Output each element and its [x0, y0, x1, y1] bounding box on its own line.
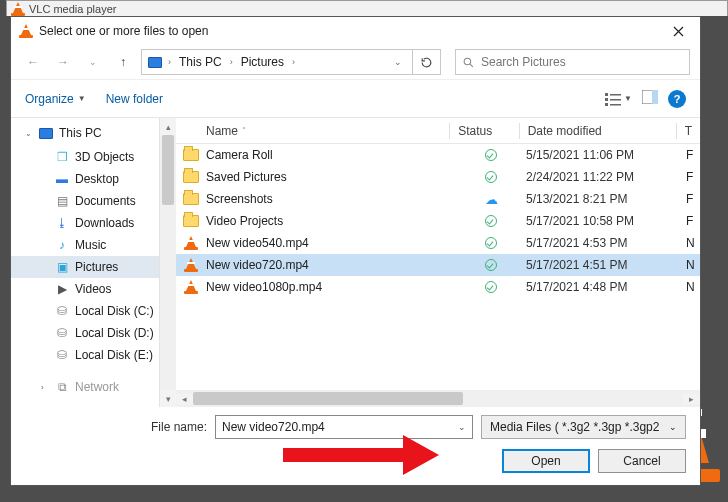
scroll-right-icon[interactable]: ▸: [683, 394, 700, 404]
sidebar-item-local-disk-e-[interactable]: ⛁Local Disk (E:): [11, 344, 176, 366]
breadcrumb-pictures[interactable]: Pictures: [237, 55, 288, 69]
scrollbar-thumb[interactable]: [162, 135, 174, 205]
pc-icon: [39, 128, 53, 139]
sidebar-item-desktop[interactable]: ▬Desktop: [11, 168, 176, 190]
open-file-dialog: Select one or more files to open ← → ⌄ ↑…: [10, 16, 701, 486]
synced-icon: [485, 237, 497, 249]
sidebar-item-3d-objects[interactable]: ❒3D Objects: [11, 146, 176, 168]
sidebar-item-label: Videos: [75, 282, 111, 296]
disk-icon: ⛁: [55, 304, 69, 318]
column-date[interactable]: Date modified: [520, 124, 676, 138]
column-type[interactable]: T: [677, 124, 700, 138]
parent-app-title: VLC media player: [29, 3, 116, 15]
view-options-button[interactable]: ▼: [605, 92, 632, 106]
recent-dropdown-icon[interactable]: ⌄: [81, 50, 105, 74]
preview-pane-icon: [642, 90, 658, 104]
file-list: Camera Roll5/15/2021 11:06 PMFSaved Pict…: [176, 144, 700, 390]
breadcrumb-this-pc[interactable]: This PC: [175, 55, 226, 69]
column-status[interactable]: Status: [450, 124, 519, 138]
preview-pane-button[interactable]: [642, 90, 658, 107]
sidebar-item-this-pc[interactable]: ⌄This PC: [11, 122, 176, 144]
help-button[interactable]: ?: [668, 90, 686, 108]
vlc-icon: [11, 2, 25, 16]
disk-icon: ⛁: [55, 326, 69, 340]
svg-rect-4: [610, 99, 621, 101]
organize-button[interactable]: Organize ▼: [25, 92, 86, 106]
file-row[interactable]: New video1080p.mp45/17/2021 4:48 PMN: [176, 276, 700, 298]
file-type: F: [686, 170, 700, 184]
chevron-down-icon: ⌄: [669, 422, 677, 432]
svg-rect-8: [652, 90, 658, 104]
close-button[interactable]: [656, 17, 700, 45]
sidebar-item-documents[interactable]: ▤Documents: [11, 190, 176, 212]
file-date: 2/24/2021 11:22 PM: [526, 170, 686, 184]
file-row[interactable]: New video540.mp45/17/2021 4:53 PMN: [176, 232, 700, 254]
expand-icon[interactable]: ⌄: [25, 129, 33, 138]
file-row[interactable]: Camera Roll5/15/2021 11:06 PMF: [176, 144, 700, 166]
chevron-right-icon[interactable]: ›: [290, 57, 297, 67]
breadcrumb[interactable]: › This PC › Pictures › ⌄: [141, 49, 413, 75]
synced-icon: [485, 171, 497, 183]
sidebar-scrollbar[interactable]: ▴ ▾: [159, 118, 176, 407]
scroll-down-icon[interactable]: ▾: [160, 390, 176, 407]
file-row[interactable]: Saved Pictures2/24/2021 11:22 PMF: [176, 166, 700, 188]
file-date: 5/17/2021 4:48 PM: [526, 280, 686, 294]
forward-button: →: [51, 50, 75, 74]
sidebar-item-local-disk-d-[interactable]: ⛁Local Disk (D:): [11, 322, 176, 344]
music-icon: ♪: [55, 238, 69, 252]
sidebar-item-downloads[interactable]: ⭳Downloads: [11, 212, 176, 234]
file-pane: Name ˄ Status Date modified T Camera Rol…: [176, 118, 700, 407]
chevron-right-icon[interactable]: ›: [166, 57, 173, 67]
file-date: 5/13/2021 8:21 PM: [526, 192, 686, 206]
scrollbar-thumb[interactable]: [193, 392, 463, 405]
expand-icon[interactable]: ›: [41, 383, 49, 392]
refresh-button[interactable]: [413, 49, 441, 75]
svg-rect-5: [605, 103, 608, 106]
synced-icon: [485, 215, 497, 227]
sidebar-item-label: Music: [75, 238, 106, 252]
file-name: New video540.mp4: [206, 236, 456, 250]
sort-asc-icon: ˄: [242, 126, 246, 135]
sidebar-item-local-disk-c-[interactable]: ⛁Local Disk (C:): [11, 300, 176, 322]
chevron-down-icon[interactable]: ⌄: [388, 57, 408, 67]
file-name: New video720.mp4: [206, 258, 456, 272]
sidebar-item-pictures[interactable]: ▣Pictures: [11, 256, 176, 278]
sidebar-item-music[interactable]: ♪Music: [11, 234, 176, 256]
cloud-icon: ☁: [485, 193, 498, 206]
scroll-up-icon[interactable]: ▴: [160, 118, 176, 135]
folder-icon: [183, 193, 199, 205]
sidebar-item-label: Local Disk (E:): [75, 348, 153, 362]
file-name: Camera Roll: [206, 148, 456, 162]
file-row[interactable]: New video720.mp45/17/2021 4:51 PMN: [176, 254, 700, 276]
file-type-filter[interactable]: Media Files ( *.3g2 *.3gp *.3gp2 ⌄: [481, 415, 686, 439]
chevron-down-icon[interactable]: ⌄: [458, 422, 466, 432]
file-name: New video1080p.mp4: [206, 280, 456, 294]
sidebar-item-label: 3D Objects: [75, 150, 134, 164]
new-folder-button[interactable]: New folder: [106, 92, 163, 106]
chevron-right-icon[interactable]: ›: [228, 57, 235, 67]
refresh-icon: [420, 56, 433, 69]
disk-icon: ⛁: [55, 348, 69, 362]
dialog-title: Select one or more files to open: [39, 24, 208, 38]
cancel-button[interactable]: Cancel: [598, 449, 686, 473]
file-row[interactable]: Screenshots☁5/13/2021 8:21 PMF: [176, 188, 700, 210]
file-name-value: New video720.mp4: [222, 420, 325, 434]
toolbar: Organize ▼ New folder ▼ ?: [11, 79, 700, 117]
folder-icon: [183, 215, 199, 227]
scroll-left-icon[interactable]: ◂: [176, 394, 193, 404]
file-type: N: [686, 258, 700, 272]
sidebar-item-network[interactable]: ›⧉Network: [11, 376, 176, 398]
file-row[interactable]: Video Projects5/17/2021 10:58 PMF: [176, 210, 700, 232]
sidebar-item-label: This PC: [59, 126, 102, 140]
synced-icon: [485, 149, 497, 161]
search-input[interactable]: Search Pictures: [455, 49, 690, 75]
back-button[interactable]: ←: [21, 50, 45, 74]
file-type: F: [686, 192, 700, 206]
column-name[interactable]: Name ˄: [176, 124, 449, 138]
file-date: 5/17/2021 10:58 PM: [526, 214, 686, 228]
svg-rect-6: [610, 104, 621, 106]
file-horizontal-scrollbar[interactable]: ◂ ▸: [176, 390, 700, 407]
sidebar-item-videos[interactable]: ▶Videos: [11, 278, 176, 300]
up-button[interactable]: ↑: [111, 50, 135, 74]
open-button[interactable]: Open: [502, 449, 590, 473]
